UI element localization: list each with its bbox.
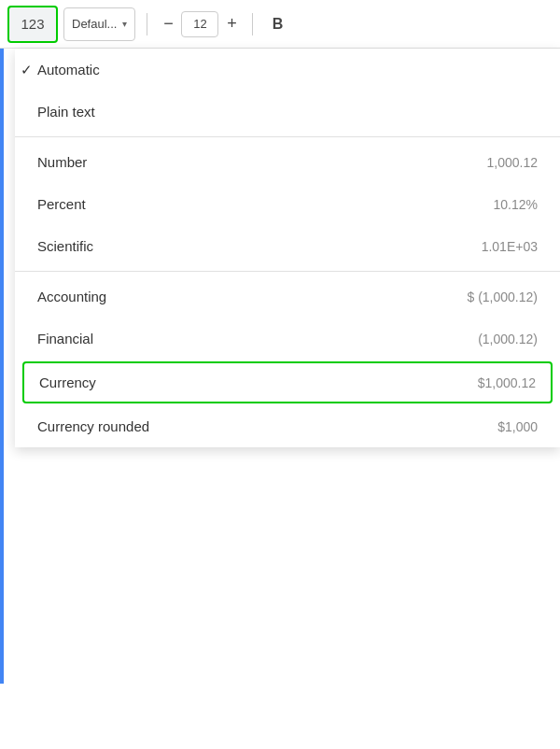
font-name-label: Defaul... — [72, 17, 117, 31]
dropdown-divider — [15, 136, 560, 137]
item-preview-scientific: 1.01E+03 — [482, 239, 538, 254]
item-label-automatic: Automatic — [37, 62, 538, 78]
item-preview-accounting: $ (1,000.12) — [468, 290, 539, 304]
toolbar-separator-1 — [147, 13, 147, 35]
item-label-percent: Percent — [37, 196, 494, 212]
item-preview-number: 1,000.12 — [487, 155, 539, 170]
toolbar: 123 Defaul... ▾ − + B — [0, 0, 560, 49]
item-label-accounting: Accounting — [37, 289, 468, 304]
item-label-number: Number — [37, 154, 487, 170]
format-type-button[interactable]: 123 — [7, 6, 58, 43]
dropdown-item-plain_text[interactable]: Plain text — [15, 91, 560, 133]
font-size-decrease-button[interactable]: − — [155, 11, 181, 37]
font-selector[interactable]: Defaul... ▾ — [63, 7, 135, 41]
bold-button[interactable]: B — [264, 11, 290, 37]
font-size-input[interactable] — [181, 11, 218, 37]
font-size-increase-button[interactable]: + — [218, 11, 245, 37]
format-dropdown: ✓AutomaticPlain textNumber1,000.12Percen… — [15, 49, 560, 447]
item-preview-currency: $1,000.12 — [478, 375, 536, 390]
dropdown-item-currency_rounded[interactable]: Currency rounded$1,000 — [15, 405, 560, 447]
item-label-currency_rounded: Currency rounded — [37, 418, 497, 434]
dropdown-item-scientific[interactable]: Scientific1.01E+03 — [15, 225, 560, 267]
format-type-label: 123 — [21, 16, 44, 32]
dropdown-item-automatic[interactable]: ✓Automatic — [15, 49, 560, 91]
cell-border-indicator — [0, 49, 4, 684]
item-label-plain_text: Plain text — [37, 104, 538, 120]
dropdown-item-currency[interactable]: Currency$1,000.12 — [22, 361, 553, 403]
item-label-scientific: Scientific — [37, 238, 482, 254]
dropdown-item-financial[interactable]: Financial(1,000.12) — [15, 318, 560, 360]
item-preview-financial: (1,000.12) — [478, 332, 538, 346]
toolbar-separator-2 — [252, 13, 253, 35]
item-label-currency: Currency — [39, 374, 478, 390]
dropdown-item-percent[interactable]: Percent10.12% — [15, 183, 560, 225]
checkmark-icon: ✓ — [15, 62, 37, 78]
item-preview-currency_rounded: $1,000 — [497, 419, 538, 434]
item-preview-percent: 10.12% — [494, 197, 538, 212]
chevron-down-icon: ▾ — [122, 19, 127, 29]
dropdown-item-number[interactable]: Number1,000.12 — [15, 141, 560, 183]
dropdown-divider — [15, 271, 560, 272]
dropdown-item-accounting[interactable]: Accounting$ (1,000.12) — [15, 276, 560, 318]
item-label-financial: Financial — [37, 331, 478, 346]
